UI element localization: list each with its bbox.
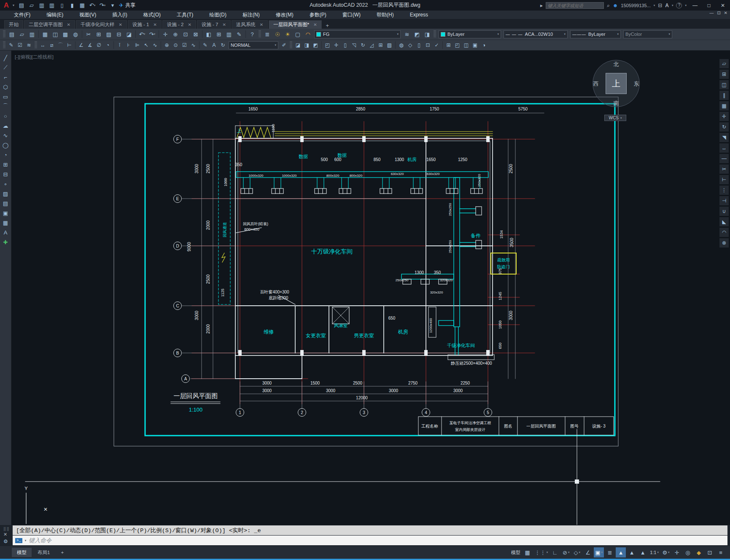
annotation-scale-icon[interactable]: 1:1▾ [649,547,660,557]
erase-icon[interactable]: ▱ [719,59,729,68]
doc-tab[interactable]: 设施 - 2✕ [162,20,196,29]
print-icon[interactable]: ▦ [40,30,50,39]
app-store-cart-icon[interactable]: ⊟ [658,3,662,8]
multileader-icon[interactable]: ↖ [142,41,151,50]
layer-properties-manager-icon[interactable]: ≣ [262,30,272,39]
delete-face-icon[interactable]: ◹ [350,41,358,50]
menu-帮助H[interactable]: 帮助(H) [369,11,402,19]
customization-wrench-icon[interactable]: ⚙ [3,538,8,544]
intersect-icon[interactable]: ◩ [311,41,320,50]
rotate-face-icon[interactable]: ↻ [358,41,367,50]
trim-icon[interactable]: ✂ [719,164,729,174]
annotation-visibility-icon[interactable]: ▲ [616,547,626,557]
taper-face-icon[interactable]: ◿ [367,41,376,50]
dim-text-edit-icon[interactable]: A [210,41,218,50]
menu-视图V[interactable]: 视图(V) [71,11,104,19]
multiline-text-icon[interactable]: A [0,228,11,237]
dim-linear-icon[interactable]: ↔ [38,41,47,50]
lineweight-combo[interactable]: ——— ByLayer▾ [570,30,621,38]
edit-reference-icon[interactable]: ✎ [7,41,16,50]
move-icon[interactable]: ✛ [719,112,729,121]
grid-display-icon[interactable]: ▦ [523,547,533,557]
command-input[interactable]: >_ ▾ 键入命令 [13,536,727,545]
cut-clip-icon[interactable]: ✂ [84,30,94,39]
apps-dropdown-icon[interactable]: ▾ [672,4,673,7]
clean-icon[interactable]: ◇ [406,41,415,50]
copy-clip-icon[interactable]: ⊞ [94,30,104,39]
layout-tab-布局1[interactable]: 布局1 [32,548,55,557]
annotation-scale-icon-icon[interactable]: ▲ [638,547,648,557]
autoscale-icon[interactable]: ▲ [627,547,637,557]
snap-mode-icon[interactable]: ⋮⋮▾ [533,547,550,557]
add-selected-icon[interactable]: ✚ [0,237,11,247]
save-to-web-mobile-icon[interactable]: ▮ [67,1,77,10]
layer-viewport-freeze-icon[interactable]: ▢ [293,30,303,39]
doc-restore-button[interactable]: ⊡ [717,11,720,15]
dim-diameter-icon[interactable]: ∅ [94,41,103,50]
object-snap-tracking-icon[interactable]: ∠ [583,547,593,557]
dim-angular-3pt-icon[interactable]: ∡ [86,41,94,50]
share-button[interactable]: ✈ 共享 [119,2,135,9]
doc-tab-close-icon[interactable]: ✕ [313,22,317,27]
break-at-point-icon[interactable]: ⋮ [719,186,729,195]
zoom-window-icon[interactable]: ⊡ [180,30,191,39]
layer-states-icon[interactable]: ◨ [422,30,432,39]
toolbar-grip[interactable] [259,30,261,38]
autodesk-app-icon[interactable]: A [665,3,669,8]
layout-tab-+[interactable]: + [56,548,69,557]
isolate-objects-icon[interactable]: ◎ [683,547,693,557]
search-collapse-icon[interactable]: ▸ [540,3,543,8]
user-dropdown-icon[interactable]: ▾ [654,4,655,7]
doc-tab[interactable]: 设施 - 7✕ [197,20,231,29]
dim-ordinate-icon[interactable]: ⊢ [65,41,74,50]
layer-unlock-icon[interactable]: ◠ [303,30,313,39]
toolbar-grip[interactable] [35,41,37,49]
doc-minimize-button[interactable]: — [709,11,714,15]
annotation-monitor-icon[interactable]: ✛ [672,547,682,557]
ellipse-icon[interactable]: ◯ [0,140,11,150]
doc-tab-close-icon[interactable]: ✕ [188,22,191,27]
zoom-realtime-icon[interactable]: ⊕ [170,30,180,39]
region-icon[interactable]: ▣ [0,208,11,218]
scale-icon[interactable]: ◥ [719,133,729,142]
menu-绘图D[interactable]: 绘图(D) [201,11,234,19]
point-icon[interactable]: ∘ [0,179,11,188]
block-editor-icon[interactable]: ☑ [16,41,24,50]
search-icon[interactable]: ⌕ [607,3,610,8]
extend-icon[interactable]: ⊢ [719,175,729,184]
stretch-icon[interactable]: ↔ [719,143,729,153]
undo-icon[interactable]: ↶▾ [88,1,97,10]
lengthen-icon[interactable]: — [719,154,729,163]
command-window-close-icon[interactable]: ✕ [3,532,7,537]
properties-palette-icon[interactable]: ◧ [204,30,214,39]
object-snap-icon[interactable]: ▣▾ [594,547,604,557]
dimstyle-combo[interactable]: NORMAL ▾ [229,41,278,49]
plot-icon[interactable]: ▩ [60,30,70,39]
quick-dim-icon[interactable]: ⊺ [115,41,124,50]
wcs-selector[interactable]: WCS▾ [604,115,626,121]
extrude-3d-icon[interactable]: ◰ [453,41,462,50]
arc-icon[interactable]: ⌒ [0,102,11,111]
compass-south[interactable]: 南 [612,100,620,107]
layout-tab-模型[interactable]: 模型 [12,548,32,557]
compass-north[interactable]: 北 [612,61,620,68]
command-history-line[interactable]: [全部(A)/中心(C)/动态(D)/范围(E)/上一个(P)/比例(S)/窗口… [13,525,727,535]
3d-mirror-icon[interactable]: ◑ [479,41,488,50]
paste-clip-icon[interactable]: ▨ [104,30,114,39]
dim-style-brush-icon[interactable]: ✐ [280,41,288,50]
logo-dropdown-icon[interactable]: ▾ [13,3,14,7]
menu-参数P[interactable]: 参数(P) [302,11,334,19]
imprint-icon[interactable]: ◍ [397,41,406,50]
rectangle-icon[interactable]: ▭ [0,92,11,101]
dim-jogged-icon[interactable]: ∿ [151,41,159,50]
menu-Express[interactable]: Express [402,11,436,19]
window-minimize-button[interactable]: — [690,3,700,8]
extrude-face-icon[interactable]: ◰ [323,41,332,50]
union-icon[interactable]: ◪ [294,41,302,50]
menu-格式O[interactable]: 格式(O) [135,11,169,19]
dim-inspect-icon[interactable]: ☑ [180,41,189,50]
dim-edit-icon[interactable]: ✎ [201,41,210,50]
open-file-icon[interactable]: ▱ [17,30,27,39]
doc-tab-close-icon[interactable]: ✕ [67,22,70,27]
join-icon[interactable]: ∪ [719,207,729,216]
